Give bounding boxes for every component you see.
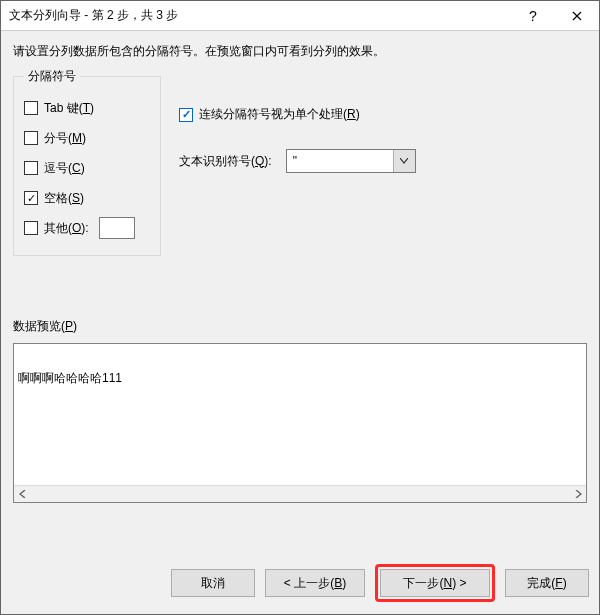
delimiter-other[interactable]: 其他(O): xyxy=(24,213,150,243)
delimiter-space-label: 空格(S) xyxy=(44,190,84,207)
text-qualifier-row: 文本识别符号(Q): " xyxy=(179,149,416,173)
checkbox-icon xyxy=(24,221,38,235)
scrollbar-track[interactable] xyxy=(31,486,569,502)
next-button[interactable]: 下一步(N) > xyxy=(380,569,490,597)
treat-consecutive-checkbox[interactable]: 连续分隔符号视为单个处理(R) xyxy=(179,106,416,123)
delimiters-group: 分隔符号 Tab 键(T) 分号(M) 逗号(C) xyxy=(13,68,161,256)
button-bar: 取消 < 上一步(B) 下一步(N) > 完成(F) xyxy=(171,564,589,602)
text-qualifier-label: 文本识别符号(Q): xyxy=(179,153,272,170)
checkbox-icon xyxy=(24,131,38,145)
scroll-right-button[interactable] xyxy=(569,486,586,502)
horizontal-scrollbar[interactable] xyxy=(14,485,586,502)
preview-row: 啊啊啊哈哈哈哈111 xyxy=(14,368,586,389)
delimiter-other-label: 其他(O): xyxy=(44,220,89,237)
delimiter-tab[interactable]: Tab 键(T) xyxy=(24,93,150,123)
options-row: 分隔符号 Tab 键(T) 分号(M) 逗号(C) xyxy=(13,68,587,256)
text-qualifier-select[interactable]: " xyxy=(286,149,416,173)
scroll-left-button[interactable] xyxy=(14,486,31,502)
chevron-down-icon xyxy=(400,158,408,164)
data-preview-content: 啊啊啊哈哈哈哈111 xyxy=(14,344,586,485)
treat-consecutive-label: 连续分隔符号视为单个处理(R) xyxy=(199,106,360,123)
window-title: 文本分列向导 - 第 2 步，共 3 步 xyxy=(9,7,511,24)
checkbox-icon xyxy=(24,101,38,115)
titlebar: 文本分列向导 - 第 2 步，共 3 步 ? xyxy=(1,1,599,31)
checkbox-icon xyxy=(24,161,38,175)
chevron-left-icon xyxy=(19,490,27,498)
help-button[interactable]: ? xyxy=(511,1,555,31)
checkbox-checked-icon xyxy=(24,191,38,205)
text-to-columns-wizard: 文本分列向导 - 第 2 步，共 3 步 ? 请设置分列数据所包含的分隔符号。在… xyxy=(0,0,600,615)
checkbox-checked-icon xyxy=(179,108,193,122)
cancel-button[interactable]: 取消 xyxy=(171,569,255,597)
preview-header-band xyxy=(14,346,586,368)
close-button[interactable] xyxy=(555,1,599,31)
data-preview-box: 啊啊啊哈哈哈哈111 xyxy=(13,343,587,503)
text-qualifier-value: " xyxy=(287,154,393,168)
finish-button[interactable]: 完成(F) xyxy=(505,569,589,597)
delimiter-tab-label: Tab 键(T) xyxy=(44,100,94,117)
dialog-body: 分隔符号 Tab 键(T) 分号(M) 逗号(C) xyxy=(1,68,599,503)
options-right-column: 连续分隔符号视为单个处理(R) 文本识别符号(Q): " xyxy=(179,68,416,173)
delimiters-legend: 分隔符号 xyxy=(24,68,80,85)
chevron-right-icon xyxy=(574,490,582,498)
data-preview-label: 数据预览(P) xyxy=(13,318,587,335)
close-icon xyxy=(572,11,582,21)
delimiter-comma-label: 逗号(C) xyxy=(44,160,85,177)
instruction-text: 请设置分列数据所包含的分隔符号。在预览窗口内可看到分列的效果。 xyxy=(1,31,599,68)
back-button[interactable]: < 上一步(B) xyxy=(265,569,365,597)
delimiter-semicolon[interactable]: 分号(M) xyxy=(24,123,150,153)
dropdown-button[interactable] xyxy=(393,150,415,172)
delimiter-semicolon-label: 分号(M) xyxy=(44,130,86,147)
next-button-highlight: 下一步(N) > xyxy=(375,564,495,602)
delimiter-other-input[interactable] xyxy=(99,217,135,239)
delimiter-comma[interactable]: 逗号(C) xyxy=(24,153,150,183)
delimiter-space[interactable]: 空格(S) xyxy=(24,183,150,213)
